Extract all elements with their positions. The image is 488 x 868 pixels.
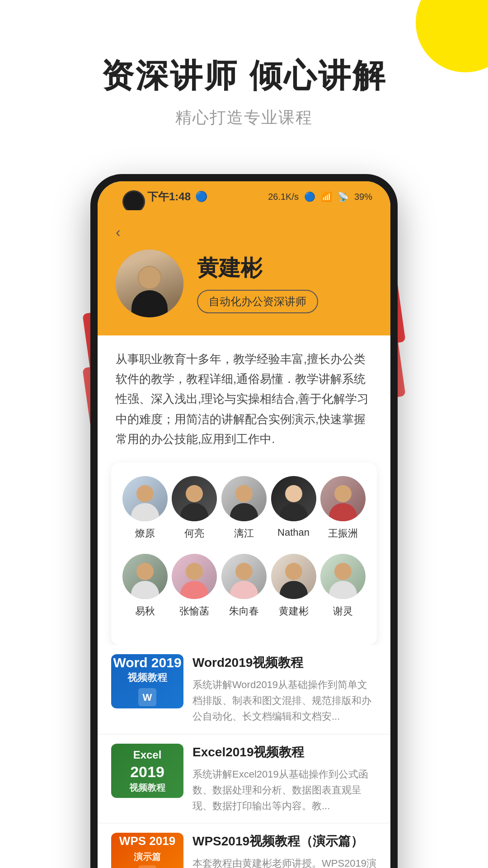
course-info-excel: Excel2019视频教程 系统讲解Excel2019从基础操作到公式函数、数据… <box>192 744 377 814</box>
svg-text:W: W <box>143 692 152 703</box>
course-title-wps: WPS2019视频教程（演示篇） <box>192 833 377 850</box>
instructor-name-nathan: Nathan <box>277 527 310 538</box>
instructor-item-wangzhenzhou[interactable]: 王振洲 <box>318 476 368 540</box>
course-item-word[interactable]: Word 2019 视频教程 W Word2019视频教程 <box>98 645 390 734</box>
instructor-name-yiqiu: 易秋 <box>135 604 155 618</box>
network-speed: 26.1K/s <box>268 192 299 202</box>
instructor-avatar-zhangyuhan <box>172 554 217 599</box>
instructor-row-2: 易秋 张愉菡 <box>120 554 368 618</box>
bluetooth-icon: 🔵 <box>304 191 315 202</box>
signal-icon: 📶 <box>321 191 332 202</box>
camera-notch <box>122 190 145 213</box>
course-thumb-wps: WPS 2019 演示篇 WPS <box>111 833 183 868</box>
course-info-wps: WPS2019视频教程（演示篇） 本套教程由黄建彬老师讲授。WPS2019演示，… <box>192 833 377 868</box>
teacher-info: 黄建彬 自动化办公资深讲师 <box>116 250 372 317</box>
instructor-item-nathan[interactable]: Nathan <box>269 476 319 540</box>
course-list: Word 2019 视频教程 W Word2019视频教程 <box>98 645 390 868</box>
instructor-name-heliang: 何亮 <box>184 527 204 540</box>
phone-mockup: 下午1:48 🔵 26.1K/s 🔵 📶 📡 39% ‹ <box>0 174 488 868</box>
instructor-item-xieling[interactable]: 谢灵 <box>318 554 368 618</box>
instructor-name-zhangyuhan: 张愉菡 <box>179 604 209 618</box>
status-bar-right: 26.1K/s 🔵 📶 📡 39% <box>268 191 372 202</box>
status-bar: 下午1:48 🔵 26.1K/s 🔵 📶 📡 39% <box>98 181 390 210</box>
instructor-avatar-lijiang <box>221 476 267 521</box>
hero-section: 资深讲师 倾心讲解 精心打造专业课程 <box>0 0 488 156</box>
instructor-avatar-heliang <box>172 476 217 521</box>
svg-rect-2 <box>138 865 156 868</box>
instructor-grid: 燎原 何亮 <box>111 462 377 645</box>
instructor-avatar-liaoyuan <box>122 476 168 521</box>
instructor-item-zhuxiangchun[interactable]: 朱向春 <box>219 554 269 618</box>
status-time: 下午1:48 <box>147 189 191 204</box>
instructor-avatar-wangzhenzhou <box>320 476 366 521</box>
course-title-word: Word2019视频教程 <box>192 654 377 671</box>
phone-frame: 下午1:48 🔵 26.1K/s 🔵 📶 📡 39% ‹ <box>90 174 398 868</box>
instructor-avatar-zhuxiangchun <box>221 554 267 599</box>
hero-subtitle: 精心打造专业课程 <box>27 107 461 129</box>
course-desc-wps: 本套教程由黄建彬老师讲授。WPS2019演示，与文字、表格等模块构成的平台，扁平… <box>192 855 377 868</box>
instructor-item-liaoyuan[interactable]: 燎原 <box>120 476 170 540</box>
instructor-item-zhangyuhan[interactable]: 张愉菡 <box>170 554 220 618</box>
instructor-avatar-yiqiu <box>122 554 168 599</box>
instructor-name-xieling: 谢灵 <box>333 604 353 618</box>
instructor-avatar-nathan <box>271 476 316 521</box>
course-desc-word: 系统讲解Word2019从基础操作到简单文档排版、制表和图文混排、规范排版和办公… <box>192 677 377 725</box>
course-thumb-excel: Excel 2019 视频教程 <box>111 744 183 798</box>
course-title-excel: Excel2019视频教程 <box>192 744 377 761</box>
hero-title: 资深讲师 倾心讲解 <box>27 54 461 98</box>
phone-screen: 下午1:48 🔵 26.1K/s 🔵 📶 📡 39% ‹ <box>98 181 390 868</box>
instructor-name-zhuxiangchun: 朱向春 <box>229 604 259 618</box>
wifi-icon: 📡 <box>338 191 349 202</box>
instructor-avatar-xieling <box>320 554 366 599</box>
teacher-name-block: 黄建彬 自动化办公资深讲师 <box>197 254 318 313</box>
instructor-name-wangzhenzhou: 王振洲 <box>328 527 358 540</box>
course-item-wps[interactable]: WPS 2019 演示篇 WPS WPS2019视频教程（演示篇） <box>98 824 390 868</box>
instructor-name-liaoyuan: 燎原 <box>135 527 155 540</box>
instructor-item-huangjianbin2[interactable]: 黄建彬 <box>269 554 319 618</box>
teacher-avatar-image <box>116 250 183 317</box>
course-item-excel[interactable]: Excel 2019 视频教程 Excel2019视频教程 系统讲解Excel2… <box>98 735 390 823</box>
instructor-avatar-huangjianbin2 <box>271 554 316 599</box>
course-info-word: Word2019视频教程 系统讲解Word2019从基础操作到简单文档排版、制表… <box>192 654 377 725</box>
instructor-name-lijiang: 漓江 <box>234 527 254 540</box>
instructor-name-huangjianbin2: 黄建彬 <box>279 604 309 618</box>
instructor-item-lijiang[interactable]: 漓江 <box>219 476 269 540</box>
teacher-name: 黄建彬 <box>197 254 318 283</box>
instructor-item-heliang[interactable]: 何亮 <box>170 476 220 540</box>
back-button[interactable]: ‹ <box>116 224 372 241</box>
teacher-avatar <box>116 250 183 317</box>
teacher-title-badge: 自动化办公资深讲师 <box>197 290 318 313</box>
battery-percent: 39% <box>354 192 372 202</box>
teacher-description: 从事职业教育十多年，教学经验丰富,擅长办公类软件的教学，教程详细,通俗易懂．教学… <box>98 335 390 462</box>
instructor-item-yiqiu[interactable]: 易秋 <box>120 554 170 618</box>
course-thumb-word: Word 2019 视频教程 W <box>111 654 183 708</box>
teacher-profile-section: ‹ 黄建彬 自动化办公资深讲师 <box>98 210 390 335</box>
course-desc-excel: 系统讲解Excel2019从基础操作到公式函数、数据处理和分析、数据图表直观呈现… <box>192 766 377 814</box>
instructor-row-1: 燎原 何亮 <box>120 476 368 540</box>
status-indicator: 🔵 <box>195 191 207 203</box>
